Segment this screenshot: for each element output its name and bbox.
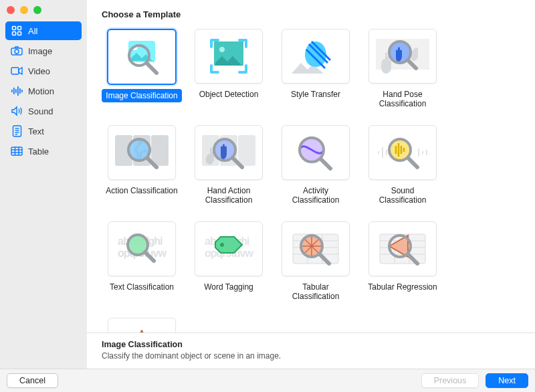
detail-title: Image Classification — [102, 340, 520, 349]
svg-rect-6 — [11, 68, 19, 74]
object-detection-thumb — [195, 29, 263, 84]
sidebar-item-label: Image — [28, 46, 52, 56]
sidebar-item-table[interactable]: Table — [5, 142, 82, 161]
svg-rect-9 — [15, 89, 17, 93]
action-classification-thumb — [108, 125, 176, 180]
sidebar-item-label: All — [28, 26, 37, 36]
sidebar-item-label: Video — [28, 66, 50, 76]
template-label: Text Classification — [106, 280, 178, 294]
next-button[interactable]: Next — [486, 373, 528, 388]
page-title: Choose a Template — [102, 9, 520, 19]
template-label: Tabular Regression — [364, 280, 441, 294]
template-card-word-tagging[interactable]: abcdefghiopqrstuvwWord Tagging — [189, 221, 269, 303]
window-controls[interactable] — [7, 6, 41, 14]
detail-panel: Image Classification Classify the domina… — [87, 332, 535, 369]
waveform-bars-icon — [11, 85, 23, 97]
hand-pose-classification-thumb — [368, 29, 437, 84]
sidebar-item-label: Sound — [28, 106, 54, 116]
template-label: Image Classification — [102, 89, 181, 102]
svg-point-28 — [219, 47, 225, 52]
sidebar-item-all[interactable]: All — [5, 21, 82, 40]
speaker-icon — [11, 105, 23, 117]
cancel-button[interactable]: Cancel — [7, 373, 58, 388]
template-grid: Image ClassificationObject DetectionStyl… — [102, 29, 520, 332]
sidebar-item-sound[interactable]: Sound — [5, 102, 82, 120]
svg-rect-35 — [151, 135, 169, 166]
main-panel: Choose a Template Image ClassificationOb… — [87, 0, 535, 369]
text-classification-thumb: abcdefghiopqrstuvw — [108, 221, 176, 276]
svg-line-26 — [146, 63, 156, 73]
document-icon — [11, 125, 23, 137]
svg-rect-1 — [18, 27, 21, 30]
template-label: Hand Action Classification — [189, 184, 269, 207]
template-label: Object Detection — [195, 88, 263, 101]
grid-icon — [11, 25, 23, 37]
template-card-object-detection[interactable]: Object Detection — [189, 29, 269, 110]
sidebar-item-text[interactable]: Text — [5, 122, 82, 140]
svg-rect-11 — [19, 88, 21, 94]
hand-action-classification-thumb — [195, 125, 263, 180]
svg-rect-18 — [11, 147, 22, 155]
template-card-image-classification[interactable]: Image Classification — [102, 29, 182, 110]
template-label: Activity Classification — [276, 184, 356, 207]
detail-description: Classify the dominant object or scene in… — [102, 351, 520, 361]
template-card-sound-classification[interactable]: Sound Classification — [362, 125, 443, 207]
table-icon — [11, 145, 23, 157]
bottom-toolbar: Cancel Previous Next — [0, 369, 535, 392]
svg-rect-10 — [17, 86, 19, 96]
activity-classification-thumb — [282, 125, 350, 180]
svg-line-63 — [408, 158, 417, 167]
sidebar-item-label: Motion — [28, 86, 54, 96]
sidebar-item-label: Table — [28, 146, 49, 157]
template-card-hand-action-classification[interactable]: Hand Action Classification — [189, 125, 269, 207]
template-card-text-classification[interactable]: abcdefghiopqrstuvwText Classification — [102, 221, 182, 303]
svg-rect-3 — [18, 32, 21, 35]
svg-rect-2 — [13, 32, 16, 35]
sidebar-item-label: Text — [28, 126, 44, 136]
sidebar-item-image[interactable]: Image — [5, 41, 82, 60]
template-card-recommendation[interactable]: Recommendation — [102, 318, 182, 332]
svg-line-48 — [321, 159, 330, 169]
previous-button[interactable]: Previous — [421, 373, 479, 388]
video-icon — [11, 65, 23, 77]
tabular-classification-thumb — [282, 221, 350, 276]
svg-rect-42 — [238, 135, 255, 166]
svg-rect-7 — [11, 90, 13, 92]
sidebar: All Image Video Motion — [0, 0, 87, 369]
close-icon[interactable] — [7, 6, 15, 14]
template-label: Hand Pose Classification — [362, 88, 443, 110]
camera-icon — [11, 45, 23, 57]
template-card-activity-classification[interactable]: Activity Classification — [276, 125, 356, 207]
sidebar-item-video[interactable]: Video — [5, 62, 82, 80]
word-tagging-thumb: abcdefghiopqrstuvw — [195, 221, 263, 276]
template-card-style-transfer[interactable]: Style Transfer — [276, 29, 356, 110]
svg-rect-0 — [13, 27, 16, 30]
template-card-action-classification[interactable]: Action Classification — [102, 125, 182, 207]
maximize-icon[interactable] — [33, 6, 41, 14]
recommendation-thumb — [108, 318, 176, 332]
image-classification-thumb — [107, 29, 177, 85]
template-label: Sound Classification — [362, 184, 443, 207]
template-card-tabular-regression[interactable]: Tabular Regression — [362, 221, 443, 303]
template-label: Style Transfer — [287, 88, 344, 101]
svg-rect-12 — [21, 90, 23, 92]
tabular-regression-thumb — [368, 221, 437, 276]
template-card-hand-pose-classification[interactable]: Hand Pose Classification — [362, 29, 443, 110]
style-transfer-thumb — [282, 29, 350, 84]
template-card-tabular-classification[interactable]: Tabular Classification — [276, 221, 356, 303]
template-label: Tabular Classification — [276, 280, 356, 303]
minimize-icon[interactable] — [20, 6, 28, 14]
sound-classification-thumb — [368, 125, 437, 180]
template-label: Action Classification — [102, 184, 181, 197]
template-label: Word Tagging — [200, 280, 257, 294]
sidebar-item-motion[interactable]: Motion — [5, 82, 82, 100]
svg-point-71 — [220, 243, 224, 247]
svg-point-5 — [15, 50, 19, 54]
svg-rect-8 — [13, 88, 15, 94]
